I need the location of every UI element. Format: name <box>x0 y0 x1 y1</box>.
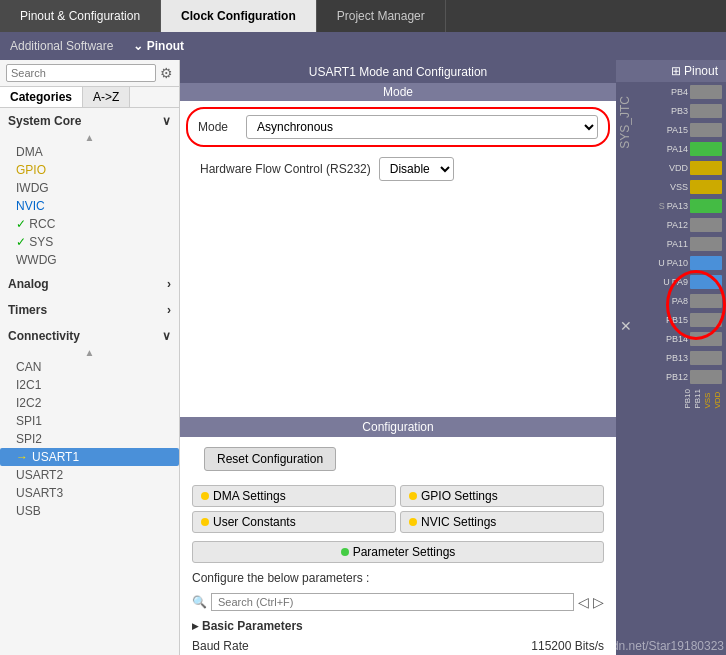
sidebar-item-i2c2[interactable]: I2C2 <box>0 394 179 412</box>
pin-box-pb4 <box>690 85 722 99</box>
nvic-dot <box>409 518 417 526</box>
connectivity-scroll-up: ▲ <box>0 347 179 358</box>
tab-categories[interactable]: Categories <box>0 87 83 107</box>
tab-pinout[interactable]: Pinout & Configuration <box>0 0 161 32</box>
sidebar-item-usart2[interactable]: USART2 <box>0 466 179 484</box>
sidebar-item-i2c1[interactable]: I2C1 <box>0 376 179 394</box>
pin-pa14: PA14 <box>620 140 722 158</box>
baud-rate-row: Baud Rate 115200 Bits/s <box>180 637 616 655</box>
param-search-input[interactable] <box>211 593 574 611</box>
mode-select[interactable]: Asynchronous Synchronous Disable <box>246 115 598 139</box>
scroll-up-indicator: ▲ <box>0 132 179 143</box>
top-tab-bar: Pinout & Configuration Clock Configurati… <box>0 0 726 32</box>
basic-params-header[interactable]: ▸ Basic Parameters <box>180 615 616 637</box>
chevron-down-icon: ∨ <box>162 114 171 128</box>
pin-pb15: PB15 <box>620 311 722 329</box>
pin-box-pa13 <box>690 199 722 213</box>
sidebar-item-rcc[interactable]: RCC <box>0 215 179 233</box>
mode-oval: Mode Asynchronous Synchronous Disable <box>186 107 610 147</box>
sidebar-item-usb[interactable]: USB <box>0 502 179 520</box>
pin-pa11: PA11 <box>620 235 722 253</box>
connectivity-header[interactable]: Connectivity ∨ <box>0 325 179 347</box>
sidebar-item-spi1[interactable]: SPI1 <box>0 412 179 430</box>
gpio-settings-button[interactable]: GPIO Settings <box>400 485 604 507</box>
sidebar-item-gpio[interactable]: GPIO <box>0 161 179 179</box>
tab-project[interactable]: Project Manager <box>317 0 446 32</box>
chevron-right-icon-timers: › <box>167 303 171 317</box>
user-constants-button[interactable]: User Constants <box>192 511 396 533</box>
sidebar-item-usart3[interactable]: USART3 <box>0 484 179 502</box>
sidebar: ⚙ Categories A->Z System Core ∨ ▲ DMA GP… <box>0 60 180 655</box>
configure-text: Configure the below parameters : <box>180 567 616 589</box>
dma-dot <box>201 492 209 500</box>
mode-row: Mode Asynchronous Synchronous Disable <box>198 115 598 139</box>
nav-additional-software[interactable]: Additional Software <box>10 39 113 53</box>
user-constants-dot <box>201 518 209 526</box>
content-area: USART1 Mode and Configuration Mode Mode … <box>180 60 616 655</box>
pin-box-pb14 <box>690 332 722 346</box>
tab-clock[interactable]: Clock Configuration <box>161 0 317 32</box>
watermark: https://blog.csdn.net/Star19180323 <box>616 639 724 653</box>
pin-pa9: U PA9 <box>620 273 722 291</box>
secondary-nav: Additional Software ⌄ Pinout <box>0 32 726 60</box>
pin-pa12: PA12 <box>620 216 722 234</box>
hw-flow-select[interactable]: Disable Enable <box>379 157 454 181</box>
sidebar-tabs: Categories A->Z <box>0 87 179 108</box>
parameter-settings-button[interactable]: Parameter Settings <box>192 541 604 563</box>
param-search-row: 🔍 ◁ ▷ <box>180 589 616 615</box>
section-analog: Analog › <box>0 271 179 297</box>
hw-flow-row: Hardware Flow Control (RS232) Disable En… <box>180 153 616 185</box>
chevron-right-icon: › <box>167 277 171 291</box>
nvic-settings-button[interactable]: NVIC Settings <box>400 511 604 533</box>
pin-box-pa10 <box>690 256 722 270</box>
search-prev-icon[interactable]: ◁ <box>578 594 589 610</box>
section-timers: Timers › <box>0 297 179 323</box>
close-panel-button[interactable]: ✕ <box>620 318 632 334</box>
pin-box-pa12 <box>690 218 722 232</box>
tab-atoz[interactable]: A->Z <box>83 87 130 107</box>
section-system-core: System Core ∨ ▲ DMA GPIO IWDG NVIC RCC S… <box>0 108 179 271</box>
pin-vss: VSS <box>620 178 722 196</box>
sidebar-item-spi2[interactable]: SPI2 <box>0 430 179 448</box>
timers-header[interactable]: Timers › <box>0 299 179 321</box>
pin-pa8: PA8 <box>620 292 722 310</box>
dma-settings-button[interactable]: DMA Settings <box>192 485 396 507</box>
pin-pb13: PB13 <box>620 349 722 367</box>
pinout-panel: ⊞ Pinout SYS_JTC PB4 PB3 PA15 P <box>616 60 726 655</box>
sidebar-item-nvic[interactable]: NVIC <box>0 197 179 215</box>
pin-box-pa15 <box>690 123 722 137</box>
pin-box-pa14 <box>690 142 722 156</box>
chevron-down-icon-connectivity: ∨ <box>162 329 171 343</box>
main-layout: ⚙ Categories A->Z System Core ∨ ▲ DMA GP… <box>0 60 726 655</box>
sidebar-item-iwdg[interactable]: IWDG <box>0 179 179 197</box>
pin-pa10: U PA10 <box>620 254 722 272</box>
sidebar-item-can[interactable]: CAN <box>0 358 179 376</box>
gpio-dot <box>409 492 417 500</box>
pin-pa15: PA15 <box>620 121 722 139</box>
reset-config-button[interactable]: Reset Configuration <box>204 447 336 471</box>
search-icon: 🔍 <box>192 595 207 609</box>
pin-box-vdd <box>690 161 722 175</box>
search-next-icon[interactable]: ▷ <box>593 594 604 610</box>
param-dot <box>341 548 349 556</box>
analog-header[interactable]: Analog › <box>0 273 179 295</box>
content-header: USART1 Mode and Configuration <box>180 60 616 83</box>
sys-jtc-label: SYS_JTC <box>618 96 632 149</box>
nav-pinout[interactable]: ⌄ Pinout <box>133 39 184 53</box>
system-core-header[interactable]: System Core ∨ <box>0 110 179 132</box>
pinout-panel-header: ⊞ Pinout <box>616 60 726 82</box>
pin-box-pa11 <box>690 237 722 251</box>
pin-box-pa8 <box>690 294 722 308</box>
sidebar-item-usart1[interactable]: → USART1 <box>0 448 179 466</box>
sidebar-search-input[interactable] <box>6 64 156 82</box>
pin-box-pb3 <box>690 104 722 118</box>
pin-box-pb13 <box>690 351 722 365</box>
sidebar-item-dma[interactable]: DMA <box>0 143 179 161</box>
sidebar-item-sys[interactable]: SYS <box>0 233 179 251</box>
pin-box-vss <box>690 180 722 194</box>
sidebar-item-wwdg[interactable]: WWDG <box>0 251 179 269</box>
gear-icon[interactable]: ⚙ <box>160 65 173 81</box>
pin-pb12: PB12 <box>620 368 722 386</box>
config-buttons-grid: DMA Settings GPIO Settings User Constant… <box>180 481 616 537</box>
active-arrow-icon: → <box>16 450 28 464</box>
